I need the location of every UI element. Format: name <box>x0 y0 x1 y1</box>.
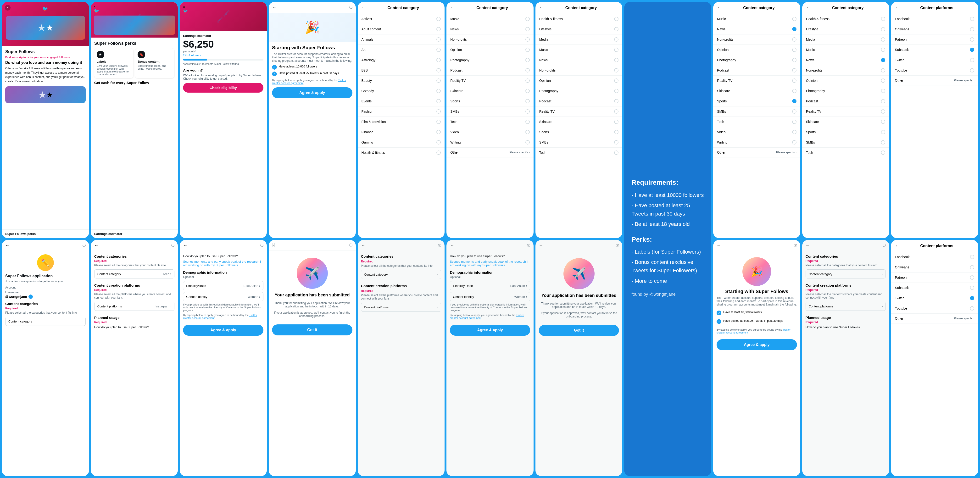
back-arrow-b5[interactable]: ← <box>361 243 365 248</box>
list-item[interactable]: Skincare <box>802 117 889 127</box>
close-button-3[interactable]: × <box>183 5 263 9</box>
list-item[interactable]: Events <box>358 96 445 106</box>
back-arrow-app2[interactable]: ← <box>94 243 99 248</box>
list-item[interactable]: Podcast <box>447 65 533 76</box>
list-item[interactable]: Facebook <box>891 14 978 24</box>
back-arrow-icon[interactable]: ← <box>272 5 276 10</box>
list-item[interactable]: Skincare <box>713 86 800 96</box>
list-item[interactable]: Substack <box>891 45 978 55</box>
back-arrow-platforms-bottom[interactable]: ← <box>895 243 899 248</box>
list-item[interactable]: News <box>447 24 533 35</box>
content-cat-form-row[interactable]: Content category Tech › <box>94 269 175 278</box>
back-arrow-app[interactable]: ← <box>5 243 10 248</box>
agree-apply-button-2[interactable]: Agree & apply <box>183 325 263 336</box>
close-button[interactable]: × <box>5 5 11 11</box>
list-item[interactable]: Writing <box>713 137 800 148</box>
list-item[interactable]: Twitch <box>891 55 978 65</box>
list-item[interactable]: Tech <box>535 148 622 158</box>
list-item[interactable]: Art <box>358 45 445 55</box>
list-item[interactable]: Health & fitness <box>358 148 445 158</box>
list-item[interactable]: Skincare <box>447 86 533 96</box>
got-it-button[interactable]: Got it <box>272 324 352 335</box>
back-arrow-b6[interactable]: ← <box>450 243 454 248</box>
list-item[interactable]: Music <box>713 14 800 24</box>
back-arrow-cat-bottom[interactable]: ← <box>806 243 810 248</box>
list-item[interactable]: Reality TV <box>535 106 622 117</box>
list-item[interactable]: Facebook <box>891 252 978 262</box>
list-item[interactable]: Non-profits <box>802 65 889 76</box>
info-icon-app2[interactable]: ⓘ <box>171 243 174 248</box>
list-item[interactable]: Writing <box>447 137 533 148</box>
b5-cat-row[interactable]: Content category › <box>361 270 441 279</box>
list-item[interactable]: Music <box>447 14 533 24</box>
list-item[interactable]: Photography <box>802 86 889 96</box>
list-item[interactable]: Patreon <box>891 35 978 45</box>
list-item[interactable]: Tech <box>447 117 533 127</box>
list-item[interactable]: Fashion <box>358 106 445 117</box>
list-item[interactable]: Reality TV <box>802 106 889 117</box>
b5-platform-row[interactable]: Content platforms › <box>361 303 441 312</box>
info-icon-submit[interactable]: ⓘ <box>349 243 352 248</box>
list-item[interactable]: OtherPlease specify › <box>713 148 800 157</box>
close-button-submit[interactable]: × <box>272 243 275 248</box>
list-item[interactable]: OtherPlease specify › <box>891 314 978 324</box>
list-item[interactable]: SMBs <box>713 106 800 117</box>
list-item[interactable]: Sports <box>447 96 533 106</box>
list-item[interactable]: Youtube <box>891 65 978 76</box>
list-item[interactable]: OtherPlease specify › <box>447 148 533 157</box>
list-item[interactable]: B2B <box>358 65 445 76</box>
agree-apply-btn-3[interactable]: Agree & apply <box>450 325 530 336</box>
list-item[interactable]: Video <box>713 127 800 137</box>
back-arrow-platforms[interactable]: ← <box>895 5 899 10</box>
back-arrow-agree[interactable]: ← <box>717 243 721 248</box>
info-icon-agree[interactable]: ⓘ <box>794 243 797 248</box>
list-item[interactable]: Opinion <box>802 76 889 86</box>
content-category-row[interactable]: Content category › <box>5 317 86 326</box>
list-item[interactable]: Photography <box>447 55 533 65</box>
agree-apply-btn-bottom[interactable]: Agree & apply <box>717 339 797 350</box>
list-item[interactable]: Opinion <box>447 45 533 55</box>
list-item[interactable]: Podcast <box>713 65 800 76</box>
got-it-btn-2[interactable]: Got it <box>539 325 619 336</box>
info-icon[interactable]: ⓘ <box>349 5 352 10</box>
list-item[interactable]: SMBs <box>535 137 622 148</box>
list-item[interactable]: Adult content <box>358 24 445 35</box>
list-item[interactable]: Media <box>535 35 622 45</box>
list-item[interactable]: Youtube <box>891 303 978 314</box>
list-item[interactable]: Lifestyle <box>535 24 622 35</box>
list-item[interactable]: Beauty <box>358 76 445 86</box>
list-item[interactable]: Astrology <box>358 55 445 65</box>
ethnicity-row[interactable]: Ethnicity/Race East Asian › <box>183 281 263 290</box>
list-item[interactable]: Podcast <box>535 96 622 106</box>
list-item[interactable]: Gaming <box>358 137 445 148</box>
agree-apply-button[interactable]: Agree & apply <box>272 87 352 98</box>
list-item[interactable]: Sports <box>713 96 800 106</box>
info-icon-b7[interactable]: ⓘ <box>616 243 619 248</box>
list-item[interactable]: Music <box>535 45 622 55</box>
list-item[interactable]: OnlyFans <box>891 24 978 35</box>
list-item[interactable]: Opinion <box>535 76 622 86</box>
back-arrow-cat4[interactable]: ← <box>717 5 721 10</box>
list-item[interactable]: OtherPlease specify › <box>891 76 978 86</box>
list-item[interactable]: Patreon <box>891 273 978 283</box>
check-eligibility-button[interactable]: Check eligibility <box>183 83 263 92</box>
back-arrow-b7[interactable]: ← <box>539 243 543 248</box>
back-arrow-usage[interactable]: ← <box>183 243 187 248</box>
list-item[interactable]: Twitch <box>891 293 978 303</box>
back-arrow-cat1[interactable]: ← <box>361 5 366 10</box>
list-item[interactable]: OnlyFans <box>891 262 978 273</box>
back-arrow-cat2[interactable]: ← <box>450 5 455 10</box>
list-item[interactable]: Music <box>802 45 889 55</box>
list-item[interactable]: SMBs <box>447 106 533 117</box>
list-item[interactable]: Non-profits <box>713 35 800 45</box>
close-button-2[interactable]: × <box>94 5 175 8</box>
list-item[interactable]: Comedy <box>358 86 445 96</box>
info-icon-usage[interactable]: ⓘ <box>260 243 263 248</box>
b6-ethnicity-row[interactable]: Ethnicity/Race East Asian › <box>450 281 530 290</box>
platforms-form-row[interactable]: Content platforms Instagram › <box>94 302 175 311</box>
list-item[interactable]: Non-profits <box>447 35 533 45</box>
info-icon-app[interactable]: ⓘ <box>83 243 86 248</box>
list-item[interactable]: Opinion <box>713 45 800 55</box>
list-item[interactable]: Media <box>802 35 889 45</box>
list-item[interactable]: Activist <box>358 14 445 24</box>
